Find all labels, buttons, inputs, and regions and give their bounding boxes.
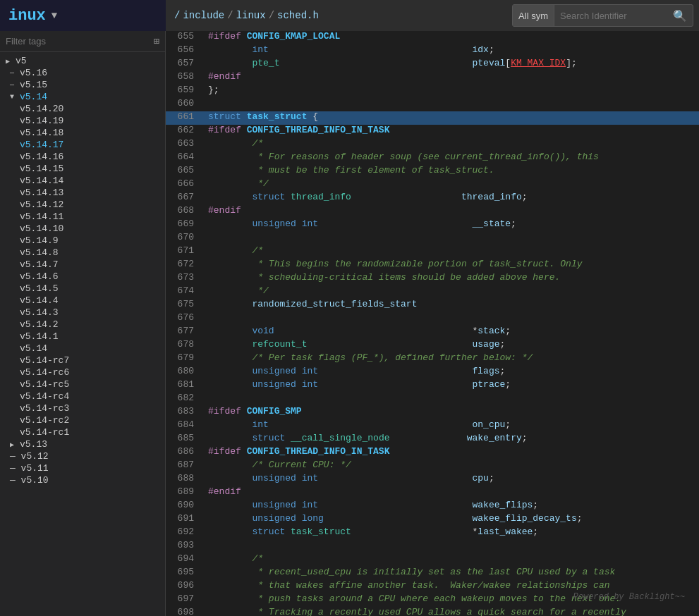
line-code: * This begins the randomizable portion o… bbox=[202, 259, 699, 272]
sidebar-item-v5-14-13[interactable]: v5.14.13 bbox=[0, 187, 165, 199]
line-code: struct task_struct { bbox=[202, 111, 699, 125]
table-row: 697 * push tasks around a CPU where each… bbox=[166, 593, 699, 607]
line-code: * must be the first element of task_stru… bbox=[202, 165, 699, 178]
brand-dropdown-arrow[interactable]: ▼ bbox=[51, 10, 57, 21]
sidebar-item-v5-14-20[interactable]: v5.14.20 bbox=[0, 103, 165, 115]
line-number: 666 bbox=[166, 178, 202, 192]
line-number: 669 bbox=[166, 218, 202, 232]
sidebar-item-v5-14-4[interactable]: v5.14.4 bbox=[0, 295, 165, 307]
line-number: 661 bbox=[166, 111, 202, 125]
line-number: 679 bbox=[166, 352, 202, 366]
sidebar-item-v5-14-14[interactable]: v5.14.14 bbox=[0, 175, 165, 187]
sidebar-item-v5-14-19[interactable]: v5.14.19 bbox=[0, 115, 165, 127]
sidebar-item-v5-14-rc5[interactable]: v5.14-rc5 bbox=[0, 378, 165, 390]
line-number: 685 bbox=[166, 433, 202, 446]
line-number: 678 bbox=[166, 339, 202, 352]
line-code bbox=[202, 312, 699, 326]
breadcrumb-file[interactable]: sched.h bbox=[277, 10, 319, 21]
line-code: refcount_t usage; bbox=[202, 339, 699, 352]
line-number: 663 bbox=[166, 138, 202, 152]
line-code: #endif bbox=[202, 71, 699, 85]
table-row: 698 * Tracking a recently used CPU allow… bbox=[166, 607, 699, 616]
sidebar-item-v5[interactable]: ▶ v5 bbox=[0, 55, 165, 67]
line-code: * scheduling-critical items should be ad… bbox=[202, 272, 699, 285]
table-row: 666 */ bbox=[166, 178, 699, 192]
table-row: 684 int on_cpu; bbox=[166, 419, 699, 433]
brand-text: inux bbox=[8, 7, 46, 25]
table-row: 682 bbox=[166, 393, 699, 406]
sidebar-item-v5-14-12[interactable]: v5.14.12 bbox=[0, 199, 165, 211]
sidebar-item-v5-14-rc3[interactable]: v5.14-rc3 bbox=[0, 402, 165, 414]
sidebar-item-v5-14-15[interactable]: v5.14.15 bbox=[0, 163, 165, 175]
line-code: #endif bbox=[202, 205, 699, 218]
code-panel[interactable]: 655 #ifdef CONFIG_KMAP_LOCAL 656 int idx… bbox=[166, 31, 699, 616]
sidebar-item-v5-14-11[interactable]: v5.14.11 bbox=[0, 211, 165, 223]
sidebar-item-v5-14-17[interactable]: v5.14.17 bbox=[0, 139, 165, 151]
line-number: 676 bbox=[166, 312, 202, 326]
line-code: * Tracking a recently used CPU allows a … bbox=[202, 607, 699, 616]
sidebar-filter-bar: ⊞ bbox=[0, 31, 165, 52]
sidebar-item-v5-10[interactable]: — v5.10 bbox=[0, 474, 165, 486]
line-code: int idx; bbox=[202, 44, 699, 58]
sidebar-item-v5-14-7[interactable]: v5.14.7 bbox=[0, 259, 165, 271]
line-code: #ifdef CONFIG_SMP bbox=[202, 406, 699, 419]
table-row: 659 }; bbox=[166, 85, 699, 98]
search-button[interactable]: 🔍 bbox=[667, 6, 693, 25]
sidebar-item-v5-14-rc4[interactable]: v5.14-rc4 bbox=[0, 390, 165, 402]
sidebar-item-v5-14-3[interactable]: v5.14.3 bbox=[0, 307, 165, 319]
sidebar-item-v5-14-rc2[interactable]: v5.14-rc2 bbox=[0, 414, 165, 426]
sidebar-item-v5-13[interactable]: ▶ v5.13 bbox=[0, 438, 165, 450]
line-code: struct thread_info thread_info; bbox=[202, 192, 699, 205]
breadcrumb-linux[interactable]: linux bbox=[236, 10, 266, 21]
line-number: 670 bbox=[166, 232, 202, 245]
v5-13-label: v5.13 bbox=[20, 439, 47, 450]
sidebar-item-v5-14-16[interactable]: v5.14.16 bbox=[0, 151, 165, 163]
sidebar-item-v5-14-rc6[interactable]: v5.14-rc6 bbox=[0, 366, 165, 378]
table-row: 691 unsigned long wakee_flip_decay_ts; bbox=[166, 513, 699, 526]
sidebar-item-v5-14-10[interactable]: v5.14.10 bbox=[0, 223, 165, 235]
line-code: struct __call_single_node wake_entry; bbox=[202, 433, 699, 446]
line-number: 675 bbox=[166, 299, 202, 312]
search-input[interactable] bbox=[554, 8, 667, 24]
sidebar-item-v5-14-18[interactable]: v5.14.18 bbox=[0, 127, 165, 139]
line-code: unsigned long wakee_flip_decay_ts; bbox=[202, 513, 699, 526]
sidebar-item-v5-11[interactable]: — v5.11 bbox=[0, 462, 165, 474]
table-row: 664 * For reasons of header soup (see cu… bbox=[166, 152, 699, 165]
sidebar-item-v5-14-6[interactable]: v5.14.6 bbox=[0, 271, 165, 283]
v5-label: v5 bbox=[16, 56, 27, 66]
table-row: 693 bbox=[166, 540, 699, 553]
sidebar-item-v5-14-rc7[interactable]: v5.14-rc7 bbox=[0, 355, 165, 366]
line-code: #ifdef CONFIG_KMAP_LOCAL bbox=[202, 31, 699, 44]
sidebar-item-v5-14-1[interactable]: v5.14.1 bbox=[0, 331, 165, 343]
filter-icon[interactable]: ⊞ bbox=[154, 35, 159, 47]
line-number: 690 bbox=[166, 500, 202, 513]
sidebar-item-v5-14-8[interactable]: v5.14.8 bbox=[0, 247, 165, 259]
sidebar-item-v5-16[interactable]: — v5.16 bbox=[0, 67, 165, 79]
table-row: 681 unsigned int ptrace; bbox=[166, 379, 699, 393]
sidebar-item-v5-14-group[interactable]: ▼ v5.14 bbox=[0, 91, 165, 103]
table-row: 669 unsigned int __state; bbox=[166, 218, 699, 232]
table-row: 675 randomized_struct_fields_start bbox=[166, 299, 699, 312]
symbol-filter-button[interactable]: All sym bbox=[513, 5, 554, 26]
v5-16-label: v5.16 bbox=[20, 68, 47, 78]
sidebar-item-v5-14-2[interactable]: v5.14.2 bbox=[0, 319, 165, 331]
line-code bbox=[202, 98, 699, 111]
sidebar-item-v5-14-9[interactable]: v5.14.9 bbox=[0, 235, 165, 247]
sidebar-item-v5-14-rc1[interactable]: v5.14-rc1 bbox=[0, 426, 165, 438]
v5-14-label: v5.14 bbox=[20, 92, 47, 102]
line-code: /* Per task flags (PF_*), defined furthe… bbox=[202, 352, 699, 366]
breadcrumb-include[interactable]: include bbox=[183, 10, 224, 21]
sidebar-item-v5-14[interactable]: v5.14 bbox=[0, 343, 165, 355]
filter-tags-input[interactable] bbox=[6, 36, 154, 47]
sidebar-item-v5-14-5[interactable]: v5.14.5 bbox=[0, 283, 165, 295]
code-table: 655 #ifdef CONFIG_KMAP_LOCAL 656 int idx… bbox=[166, 31, 699, 616]
line-number: 657 bbox=[166, 58, 202, 71]
sidebar-item-v5-15[interactable]: — v5.15 bbox=[0, 79, 165, 91]
line-code: * push tasks around a CPU where each wak… bbox=[202, 593, 699, 607]
brand[interactable]: inux ▼ bbox=[0, 0, 166, 31]
table-row: 696 * that wakes affine another task. Wa… bbox=[166, 580, 699, 593]
sidebar-item-v5-12[interactable]: — v5.12 bbox=[0, 450, 165, 462]
table-row: 687 /* Current CPU: */ bbox=[166, 460, 699, 473]
breadcrumb-sep1: / bbox=[227, 10, 233, 21]
version-tree: ▶ v5 — v5.16 — v5.15 ▼ v5.14 v5.14.20 v5… bbox=[0, 52, 165, 616]
